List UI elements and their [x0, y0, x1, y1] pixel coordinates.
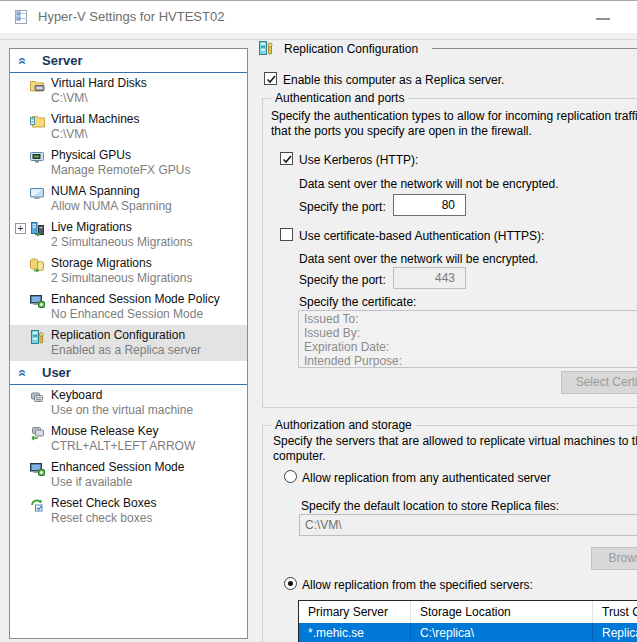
sidebar-item-reset-check-boxes[interactable]: Reset Check Boxes Reset check boxes: [10, 493, 247, 529]
select-certificate-button[interactable]: Select Certificate...: [561, 371, 637, 394]
sidebar-item-subtitle: Use on the virtual machine: [51, 403, 193, 418]
enhanced-session-mode-policy-icon: [29, 293, 45, 309]
sidebar-item-virtual-hard-disks[interactable]: Virtual Hard Disks C:\VM\: [10, 73, 247, 109]
use-certificate-checkbox[interactable]: [280, 228, 293, 241]
sidebar-item-enhanced-session-mode[interactable]: Enhanced Session Mode Use if available: [10, 457, 247, 493]
sidebar-item-title: Replication Configuration: [51, 328, 201, 343]
window-title: Hyper-V Settings for HVTEST02: [38, 9, 224, 24]
sidebar-item-subtitle: Enabled as a Replica server: [51, 343, 201, 358]
auth-group-label: Authentication and ports: [271, 91, 408, 105]
certificate-field-label: Issued By:: [304, 326, 637, 340]
certificate-field-label: Expiration Date:: [304, 340, 637, 354]
sidebar-item-subtitle: No Enhanced Session Mode: [51, 307, 220, 322]
certificate-label: Specify the certificate:: [299, 295, 416, 309]
kerberos-port-input[interactable]: [393, 194, 466, 216]
sidebar-item-mouse-release-key[interactable]: Mouse Release Key CTRL+ALT+LEFT ARROW: [10, 421, 247, 457]
mouse-release-key-icon: [29, 425, 45, 441]
enhanced-session-mode-icon: [29, 461, 45, 477]
authz-group-box: Authorization and storage Specify the se…: [262, 425, 637, 642]
use-kerberos-checkbox[interactable]: [280, 152, 293, 165]
sidebar-item-storage-migrations[interactable]: Storage Migrations 2 Simultaneous Migrat…: [10, 253, 247, 289]
sidebar-item-subtitle: 2 Simultaneous Migrations: [51, 235, 192, 250]
sidebar-item-title: Keyboard: [51, 388, 193, 403]
certificate-note: Data sent over the network will be encry…: [299, 252, 538, 266]
physical-gpus-icon: [29, 149, 45, 165]
sidebar-item-subtitle: CTRL+ALT+LEFT ARROW: [51, 439, 195, 454]
live-migrations-icon: [29, 221, 45, 237]
table-header-row: Primary ServerStorage LocationTrust Grou…: [299, 601, 637, 623]
certificate-field-label: Issued To:: [304, 312, 637, 326]
numa-spanning-icon: [29, 185, 45, 201]
sidebar-item-title: Virtual Hard Disks: [51, 76, 147, 91]
authz-group-label: Authorization and storage: [271, 418, 416, 432]
auth-group-box: Authentication and ports Specify the aut…: [262, 98, 637, 408]
sidebar-item-live-migrations[interactable]: + Live Migrations 2 Simultaneous Migrati…: [10, 217, 247, 253]
virtual-hard-disks-icon: [29, 77, 45, 93]
title-bar: Hyper-V Settings for HVTEST02: [0, 1, 637, 33]
sidebar-item-virtual-machines[interactable]: Virtual Machines C:\VM\: [10, 109, 247, 145]
sidebar-tree: « Server Virtual Hard Disks C:\VM\ Virtu…: [9, 48, 248, 639]
browse-button[interactable]: Browse...: [591, 547, 637, 570]
sidebar-item-subtitle: Allow NUMA Spanning: [51, 199, 172, 214]
auth-description-2: that the ports you specify are open in t…: [271, 124, 532, 138]
double-chevron-up-icon: «: [17, 366, 29, 380]
sidebar-section-server[interactable]: « Server: [10, 50, 247, 73]
sidebar-item-subtitle: C:\VM\: [51, 91, 147, 106]
auth-description-1: Specify the authentication types to allo…: [271, 109, 637, 123]
sidebar-item-subtitle: Reset check boxes: [51, 511, 156, 526]
hyperv-settings-icon: [13, 9, 29, 25]
table-column-storage-location[interactable]: Storage Location: [411, 601, 593, 623]
table-cell: *.mehic.se: [299, 623, 411, 642]
sidebar-item-title: Reset Check Boxes: [51, 496, 156, 511]
table-column-primary-server[interactable]: Primary Server: [299, 601, 411, 623]
sidebar-item-title: Physical GPUs: [51, 148, 190, 163]
kerberos-port-label: Specify the port:: [299, 200, 386, 214]
sidebar-item-title: Virtual Machines: [51, 112, 140, 127]
replication-config-icon: [258, 40, 274, 56]
enable-replica-checkbox[interactable]: [264, 72, 277, 85]
use-kerberos-label: Use Kerberos (HTTP):: [299, 153, 418, 167]
use-certificate-label: Use certificate-based Authentication (HT…: [299, 229, 544, 243]
specified-servers-radio[interactable]: [284, 577, 297, 590]
certificate-port-input[interactable]: [393, 267, 466, 289]
sidebar-item-keyboard[interactable]: Keyboard Use on the virtual machine: [10, 385, 247, 421]
page-title: Replication Configuration: [284, 42, 418, 56]
sidebar-item-enhanced-session-mode-policy[interactable]: Enhanced Session Mode Policy No Enhanced…: [10, 289, 247, 325]
main-panel: Replication Configuration Enable this co…: [250, 34, 637, 642]
sidebar-item-title: Enhanced Session Mode Policy: [51, 292, 220, 307]
authz-description-1: Specify the servers that are allowed to …: [273, 434, 637, 448]
sidebar-item-replication-configuration[interactable]: Replication Configuration Enabled as a R…: [10, 325, 247, 361]
default-location-input[interactable]: C:\VM\: [299, 514, 637, 536]
specified-servers-label: Allow replication from the specified ser…: [302, 578, 533, 592]
certificate-details-box[interactable]: Issued To:Issued By:Expiration Date:Inte…: [298, 310, 637, 368]
kerberos-note: Data sent over the network will not be e…: [299, 177, 558, 191]
sidebar-item-title: Storage Migrations: [51, 256, 192, 271]
table-column-trust-group[interactable]: Trust Group: [593, 601, 637, 623]
sidebar-item-subtitle: Use if available: [51, 475, 184, 490]
sidebar-section-user[interactable]: « User: [10, 362, 247, 385]
sidebar-section-label: Server: [42, 53, 82, 68]
double-chevron-up-icon: «: [17, 54, 29, 68]
replication-configuration-icon: [29, 329, 45, 345]
expand-plus-icon[interactable]: +: [15, 223, 26, 234]
reset-check-boxes-icon: [29, 497, 45, 513]
sidebar-section-label: User: [42, 365, 71, 380]
certificate-port-label: Specify the port:: [299, 273, 386, 287]
certificate-field-label: Intended Purpose:: [304, 354, 637, 368]
replication-servers-table: Primary ServerStorage LocationTrust Grou…: [298, 600, 637, 642]
sidebar-item-physical-gpus[interactable]: Physical GPUs Manage RemoteFX GPUs: [10, 145, 247, 181]
virtual-machines-icon: [29, 113, 45, 129]
sidebar-item-title: Enhanced Session Mode: [51, 460, 184, 475]
sidebar-item-subtitle: C:\VM\: [51, 127, 140, 142]
default-location-label: Specify the default location to store Re…: [301, 499, 559, 513]
storage-migrations-icon: [29, 257, 45, 273]
enable-replica-label: Enable this computer as a Replica server…: [283, 73, 504, 87]
table-cell: C:\replica\: [411, 623, 593, 642]
any-server-label: Allow replication from any authenticated…: [302, 471, 551, 485]
any-server-radio[interactable]: [284, 470, 297, 483]
table-row[interactable]: *.mehic.seC:\replica\Replica: [299, 623, 637, 642]
sidebar-item-numa-spanning[interactable]: NUMA Spanning Allow NUMA Spanning: [10, 181, 247, 217]
header-rule: [432, 48, 637, 50]
minimize-button[interactable]: [596, 18, 610, 20]
hyperv-settings-window: Hyper-V Settings for HVTEST02 « Server V…: [0, 0, 637, 642]
